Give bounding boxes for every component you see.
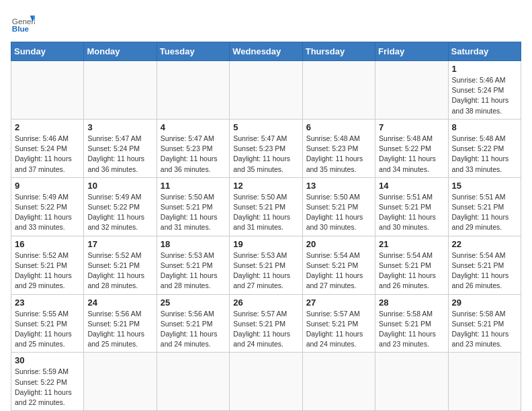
calendar-cell: 12Sunrise: 5:50 AMSunset: 5:21 PMDayligh… (230, 177, 302, 236)
day-number: 28 (379, 298, 444, 308)
weekday-header-tuesday: Tuesday (157, 42, 229, 61)
calendar-cell: 5Sunrise: 5:47 AMSunset: 5:23 PMDaylight… (230, 119, 302, 177)
calendar-cell: 24Sunrise: 5:56 AMSunset: 5:21 PMDayligh… (84, 294, 157, 353)
day-info: Sunrise: 5:57 AMSunset: 5:21 PMDaylight:… (233, 309, 298, 350)
day-info: Sunrise: 5:52 AMSunset: 5:21 PMDaylight:… (87, 250, 152, 291)
day-number: 10 (87, 181, 152, 191)
calendar-cell (302, 61, 375, 120)
calendar-row-5: 30Sunrise: 5:59 AMSunset: 5:22 PMDayligh… (11, 353, 521, 411)
calendar-row-0: 1Sunrise: 5:46 AMSunset: 5:24 PMDaylight… (11, 61, 521, 120)
day-info: Sunrise: 5:48 AMSunset: 5:23 PMDaylight:… (306, 134, 371, 175)
day-number: 24 (87, 298, 152, 308)
day-number: 22 (452, 239, 517, 249)
day-info: Sunrise: 5:54 AMSunset: 5:21 PMDaylight:… (452, 250, 517, 291)
calendar-cell: 27Sunrise: 5:57 AMSunset: 5:21 PMDayligh… (302, 294, 375, 353)
calendar-cell: 18Sunrise: 5:53 AMSunset: 5:21 PMDayligh… (157, 236, 229, 294)
logo: General Blue (11, 11, 38, 35)
day-info: Sunrise: 5:52 AMSunset: 5:21 PMDaylight:… (15, 250, 80, 291)
day-number: 1 (452, 64, 517, 74)
day-number: 23 (15, 298, 80, 308)
calendar-cell: 10Sunrise: 5:49 AMSunset: 5:22 PMDayligh… (84, 177, 157, 236)
calendar-cell: 2Sunrise: 5:46 AMSunset: 5:24 PMDaylight… (11, 119, 84, 177)
day-number: 30 (15, 355, 80, 365)
day-number: 4 (161, 122, 226, 132)
day-info: Sunrise: 5:47 AMSunset: 5:23 PMDaylight:… (233, 134, 298, 175)
day-number: 16 (15, 239, 80, 249)
day-info: Sunrise: 5:54 AMSunset: 5:21 PMDaylight:… (306, 250, 371, 291)
calendar-cell: 21Sunrise: 5:54 AMSunset: 5:21 PMDayligh… (375, 236, 448, 294)
day-info: Sunrise: 5:49 AMSunset: 5:22 PMDaylight:… (87, 192, 152, 233)
day-info: Sunrise: 5:51 AMSunset: 5:21 PMDaylight:… (452, 192, 517, 233)
calendar-cell (375, 61, 448, 120)
calendar-cell (375, 353, 448, 411)
day-number: 17 (87, 239, 152, 249)
calendar-cell (230, 353, 302, 411)
day-info: Sunrise: 5:57 AMSunset: 5:21 PMDaylight:… (306, 309, 371, 350)
day-info: Sunrise: 5:47 AMSunset: 5:24 PMDaylight:… (87, 134, 152, 175)
calendar-cell: 23Sunrise: 5:55 AMSunset: 5:21 PMDayligh… (11, 294, 84, 353)
day-info: Sunrise: 5:56 AMSunset: 5:21 PMDaylight:… (87, 309, 152, 350)
day-info: Sunrise: 5:54 AMSunset: 5:21 PMDaylight:… (379, 250, 444, 291)
day-number: 6 (306, 122, 371, 132)
day-info: Sunrise: 5:58 AMSunset: 5:21 PMDaylight:… (379, 309, 444, 350)
calendar-cell: 3Sunrise: 5:47 AMSunset: 5:24 PMDaylight… (84, 119, 157, 177)
day-number: 3 (87, 122, 152, 132)
calendar-cell: 11Sunrise: 5:50 AMSunset: 5:21 PMDayligh… (157, 177, 229, 236)
day-number: 20 (306, 239, 371, 249)
weekday-header-thursday: Thursday (302, 42, 375, 61)
calendar-cell: 28Sunrise: 5:58 AMSunset: 5:21 PMDayligh… (375, 294, 448, 353)
calendar-cell: 1Sunrise: 5:46 AMSunset: 5:24 PMDaylight… (448, 61, 521, 120)
day-info: Sunrise: 5:55 AMSunset: 5:21 PMDaylight:… (15, 309, 80, 350)
day-info: Sunrise: 5:46 AMSunset: 5:24 PMDaylight:… (15, 134, 80, 175)
day-info: Sunrise: 5:50 AMSunset: 5:21 PMDaylight:… (306, 192, 371, 233)
day-number: 14 (379, 181, 444, 191)
calendar-cell: 19Sunrise: 5:53 AMSunset: 5:21 PMDayligh… (230, 236, 302, 294)
day-info: Sunrise: 5:56 AMSunset: 5:21 PMDaylight:… (161, 309, 226, 350)
day-info: Sunrise: 5:53 AMSunset: 5:21 PMDaylight:… (233, 250, 298, 291)
day-number: 11 (161, 181, 226, 191)
calendar-cell: 29Sunrise: 5:58 AMSunset: 5:21 PMDayligh… (448, 294, 521, 353)
day-info: Sunrise: 5:50 AMSunset: 5:21 PMDaylight:… (161, 192, 226, 233)
weekday-header-wednesday: Wednesday (230, 42, 302, 61)
calendar-cell (448, 353, 521, 411)
calendar-row-1: 2Sunrise: 5:46 AMSunset: 5:24 PMDaylight… (11, 119, 521, 177)
weekday-header-saturday: Saturday (448, 42, 521, 61)
calendar-cell: 25Sunrise: 5:56 AMSunset: 5:21 PMDayligh… (157, 294, 229, 353)
day-number: 2 (15, 122, 80, 132)
day-number: 19 (233, 239, 298, 249)
day-number: 25 (161, 298, 226, 308)
calendar-cell: 15Sunrise: 5:51 AMSunset: 5:21 PMDayligh… (448, 177, 521, 236)
calendar-row-4: 23Sunrise: 5:55 AMSunset: 5:21 PMDayligh… (11, 294, 521, 353)
day-number: 21 (379, 239, 444, 249)
day-number: 27 (306, 298, 371, 308)
calendar-cell (157, 353, 229, 411)
calendar: SundayMondayTuesdayWednesdayThursdayFrid… (11, 42, 521, 411)
calendar-cell: 26Sunrise: 5:57 AMSunset: 5:21 PMDayligh… (230, 294, 302, 353)
calendar-cell (84, 353, 157, 411)
calendar-cell: 17Sunrise: 5:52 AMSunset: 5:21 PMDayligh… (84, 236, 157, 294)
calendar-cell: 6Sunrise: 5:48 AMSunset: 5:23 PMDaylight… (302, 119, 375, 177)
day-number: 9 (15, 181, 80, 191)
day-number: 26 (233, 298, 298, 308)
day-info: Sunrise: 5:59 AMSunset: 5:22 PMDaylight:… (15, 367, 80, 408)
day-number: 29 (452, 298, 517, 308)
day-number: 13 (306, 181, 371, 191)
calendar-cell (302, 353, 375, 411)
calendar-cell: 14Sunrise: 5:51 AMSunset: 5:21 PMDayligh… (375, 177, 448, 236)
calendar-row-3: 16Sunrise: 5:52 AMSunset: 5:21 PMDayligh… (11, 236, 521, 294)
logo-icon: General Blue (11, 11, 35, 35)
calendar-cell: 30Sunrise: 5:59 AMSunset: 5:22 PMDayligh… (11, 353, 84, 411)
day-info: Sunrise: 5:53 AMSunset: 5:21 PMDaylight:… (161, 250, 226, 291)
svg-text:Blue: Blue (12, 24, 30, 33)
calendar-cell: 4Sunrise: 5:47 AMSunset: 5:23 PMDaylight… (157, 119, 229, 177)
day-info: Sunrise: 5:48 AMSunset: 5:22 PMDaylight:… (379, 134, 444, 175)
calendar-cell: 22Sunrise: 5:54 AMSunset: 5:21 PMDayligh… (448, 236, 521, 294)
calendar-cell: 16Sunrise: 5:52 AMSunset: 5:21 PMDayligh… (11, 236, 84, 294)
day-info: Sunrise: 5:51 AMSunset: 5:21 PMDaylight:… (379, 192, 444, 233)
day-number: 7 (379, 122, 444, 132)
day-info: Sunrise: 5:47 AMSunset: 5:23 PMDaylight:… (161, 134, 226, 175)
day-info: Sunrise: 5:58 AMSunset: 5:21 PMDaylight:… (452, 309, 517, 350)
calendar-cell: 20Sunrise: 5:54 AMSunset: 5:21 PMDayligh… (302, 236, 375, 294)
day-number: 18 (161, 239, 226, 249)
weekday-header-friday: Friday (375, 42, 448, 61)
